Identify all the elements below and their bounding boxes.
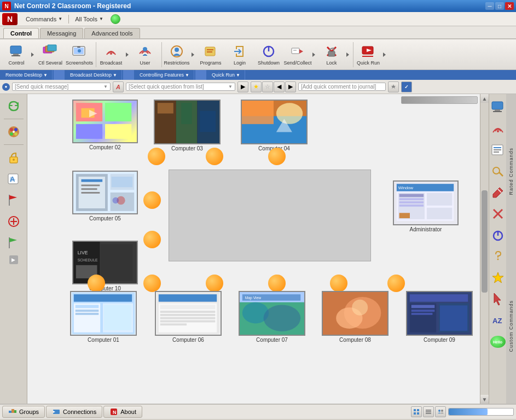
computer-10-node[interactable]: LIVE SCHEDULE Computer 10 xyxy=(72,241,138,291)
tab-connections[interactable]: Connections xyxy=(46,406,102,418)
shutdown-btn[interactable]: Shutdown xyxy=(254,42,283,67)
commands-menu[interactable]: Commands ▼ xyxy=(21,14,67,24)
svg-point-31 xyxy=(10,132,13,136)
sublabel-remote-desktop[interactable]: Remote Desktop ▼ xyxy=(1,70,53,80)
tab-about[interactable]: N About xyxy=(103,406,142,418)
computer-06-node[interactable]: Computer 06 xyxy=(155,291,222,343)
computer-02-node[interactable]: Computer 02 xyxy=(72,100,138,150)
orange-dot-3[interactable] xyxy=(268,148,286,165)
computer-08-node[interactable]: Computer 08 xyxy=(322,291,389,343)
orange-dot-4[interactable] xyxy=(143,191,161,209)
computer-05-node[interactable]: Computer 05 xyxy=(72,171,138,221)
orange-dot-10[interactable] xyxy=(330,275,347,292)
right-key-btn[interactable] xyxy=(488,161,508,181)
control-btn[interactable]: Control xyxy=(2,42,31,67)
sidebar-refresh-btn[interactable] xyxy=(3,96,25,116)
tab-control[interactable]: Control xyxy=(3,28,39,38)
sidebar-flag2-btn[interactable] xyxy=(3,233,25,253)
restrictions-btn[interactable]: Restrictions xyxy=(163,42,191,67)
svg-rect-112 xyxy=(160,320,216,323)
computer-09-node[interactable]: Computer 09 xyxy=(406,291,473,343)
minimize-button[interactable]: ─ xyxy=(485,2,494,10)
right-star-btn[interactable] xyxy=(488,268,508,288)
scroll-down-btn[interactable]: ▼ xyxy=(480,395,489,404)
right-az-btn[interactable]: AZ xyxy=(488,311,508,330)
orange-dot-9[interactable] xyxy=(268,275,286,292)
svg-rect-15 xyxy=(207,49,213,50)
list-view-btn[interactable] xyxy=(423,406,434,417)
computer-01-node[interactable]: Computer 01 xyxy=(70,291,137,343)
sidebar-palette-btn[interactable] xyxy=(3,122,25,142)
remote-desktop-expand[interactable] xyxy=(54,70,65,80)
next-btn[interactable]: ▶ xyxy=(285,81,296,92)
quick-run-arrow[interactable] xyxy=(383,43,387,67)
quickrun-arrow: ▼ xyxy=(236,73,240,78)
sublabel-broadcast[interactable]: Broadcast Desktop ▼ xyxy=(66,70,122,80)
sublabel-quickrun[interactable]: Quick Run ▼ xyxy=(207,70,245,80)
sidebar-lock-btn[interactable] xyxy=(3,148,25,167)
right-brush-btn[interactable] xyxy=(488,183,508,202)
quick-message-input[interactable]: [Send quick message] ▼ xyxy=(12,83,111,91)
computer-03-node[interactable]: Computer 03 xyxy=(154,100,221,151)
ctl-several-btn[interactable]: Ctl Several xyxy=(36,42,65,67)
restrictions-arrow[interactable] xyxy=(192,43,196,67)
computer-04-node[interactable]: Computer 04 xyxy=(241,100,308,151)
broadcast-btn[interactable]: Broadcast xyxy=(97,42,125,67)
quick-comment-input[interactable]: [Add quick comment to journal] xyxy=(298,83,386,91)
orange-dot-2[interactable] xyxy=(206,148,223,165)
orange-dot-7[interactable] xyxy=(143,275,161,292)
user-btn[interactable]: User xyxy=(131,42,159,67)
control-arrow[interactable] xyxy=(31,43,36,67)
close-button[interactable]: ✕ xyxy=(505,2,514,10)
maximize-button[interactable]: □ xyxy=(495,2,504,10)
people-view-btn[interactable] xyxy=(435,406,446,417)
orange-dot-11[interactable] xyxy=(387,275,405,292)
send-question-btn[interactable]: ▶ xyxy=(237,81,248,92)
login-btn[interactable]: Login xyxy=(225,42,254,67)
journal-btn[interactable]: ✓ xyxy=(401,81,412,92)
right-x-btn[interactable] xyxy=(488,204,508,224)
tools-menu[interactable]: All Tools ▼ xyxy=(70,14,108,24)
send-arrow[interactable] xyxy=(312,43,317,67)
administrator-node[interactable]: Window Administrator xyxy=(393,180,459,232)
computer-07-thumb: Map View xyxy=(239,291,305,336)
right-hello-btn[interactable]: Hello xyxy=(488,332,508,352)
tab-groups[interactable]: Groups xyxy=(2,406,45,418)
screenshots-btn[interactable]: Screenshots xyxy=(65,42,94,67)
quick-question-input[interactable]: [Select quick question from list] ▼ xyxy=(126,83,235,91)
controlling-expand[interactable] xyxy=(195,70,206,80)
sidebar-circle-btn[interactable] xyxy=(3,212,25,231)
right-list-btn[interactable] xyxy=(488,140,508,160)
right-broadcast-btn[interactable] xyxy=(488,119,508,138)
star-empty-btn[interactable]: ☆ xyxy=(262,81,273,92)
computer-07-node[interactable]: Map View Computer 07 xyxy=(239,291,305,343)
right-power-btn[interactable] xyxy=(488,225,508,245)
quick-run-btn[interactable]: Quick Run xyxy=(354,42,382,67)
orange-dot-1[interactable] xyxy=(148,148,165,165)
right-monitor-btn[interactable] xyxy=(488,97,508,117)
broadcast-arrow[interactable] xyxy=(126,43,130,67)
prev-btn[interactable]: ◀ xyxy=(274,81,285,92)
tab-messaging[interactable]: Messaging xyxy=(40,28,83,38)
orange-dot-5[interactable] xyxy=(143,231,161,248)
orange-dot-8[interactable] xyxy=(206,275,223,292)
send-collect-btn[interactable]: Send/Collect xyxy=(283,42,312,67)
right-question-btn[interactable] xyxy=(488,247,508,266)
grid-view-btn[interactable] xyxy=(411,406,422,417)
sidebar-flag-btn[interactable] xyxy=(3,190,25,210)
programs-btn[interactable]: Programs xyxy=(196,42,225,67)
lock-btn[interactable]: Lock xyxy=(317,42,346,67)
comment-settings-btn[interactable] xyxy=(388,81,399,92)
sidebar-tab-btn[interactable]: ▶ xyxy=(9,255,18,264)
star-filled-btn[interactable]: ★ xyxy=(251,81,262,92)
sidebar-text-btn[interactable]: A▶ xyxy=(3,169,25,189)
right-cursor-btn[interactable] xyxy=(488,289,508,309)
lock-arrow[interactable] xyxy=(346,43,351,67)
sublabel-controlling[interactable]: Controlling Features ▼ xyxy=(135,70,194,80)
green-btn[interactable] xyxy=(111,14,120,24)
tab-advanced-tools[interactable]: Advanced tools xyxy=(84,28,140,38)
bottom-slider[interactable] xyxy=(448,408,514,416)
broadcast-expand[interactable] xyxy=(123,70,134,80)
font-button[interactable]: A xyxy=(113,81,124,92)
orange-dot-6[interactable] xyxy=(88,275,105,292)
